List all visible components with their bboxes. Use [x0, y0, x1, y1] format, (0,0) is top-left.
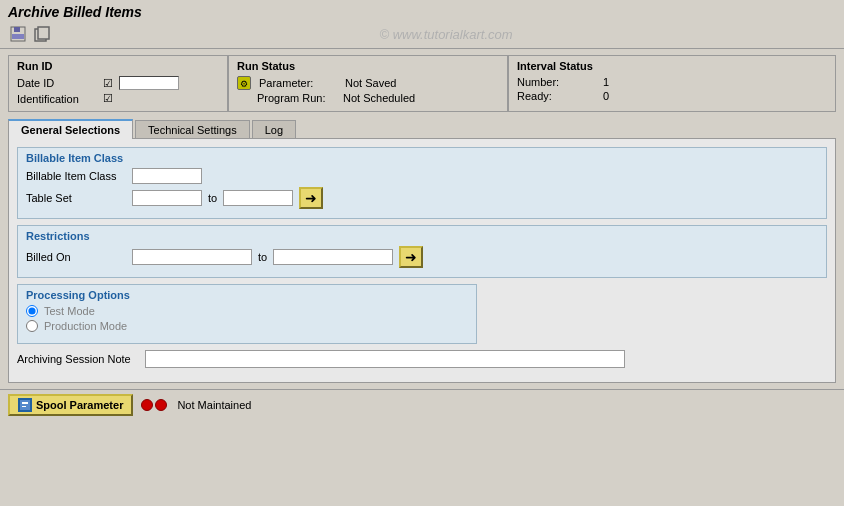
svg-rect-4 — [38, 27, 49, 39]
billable-item-class-row: Billable Item Class — [26, 168, 818, 184]
spool-button-label: Spool Parameter — [36, 399, 123, 411]
table-set-label: Table Set — [26, 192, 126, 204]
parameter-label: Parameter: — [259, 77, 339, 89]
run-status-panel: Run Status ⚙ Parameter: Not Saved Progra… — [228, 55, 508, 112]
archiving-note-label: Archiving Session Note — [17, 353, 137, 365]
date-id-input[interactable] — [119, 76, 179, 90]
billed-on-to-label: to — [258, 251, 267, 263]
program-run-label: Program Run: — [257, 92, 337, 104]
run-id-panel: Run ID Date ID ☑ Identification ☑ — [8, 55, 228, 112]
svg-rect-5 — [20, 400, 30, 410]
identification-checkbox[interactable]: ☑ — [103, 92, 113, 105]
status-text: Not Maintained — [177, 399, 251, 411]
date-id-label: Date ID — [17, 77, 97, 89]
svg-rect-1 — [14, 27, 20, 32]
svg-rect-7 — [22, 406, 26, 407]
billed-on-row: Billed On to ➜ — [26, 246, 818, 268]
page-title: Archive Billed Items — [8, 4, 142, 20]
date-id-checkbox[interactable]: ☑ — [103, 77, 113, 90]
restrictions-section-title: Restrictions — [26, 230, 818, 242]
ready-label: Ready: — [517, 90, 597, 102]
copy-icon[interactable] — [32, 24, 52, 44]
table-set-arrow-button[interactable]: ➜ — [299, 187, 323, 209]
info-panels: Run ID Date ID ☑ Identification ☑ Run St… — [8, 55, 836, 112]
tab-content: Billable Item Class Billable Item Class … — [8, 138, 836, 383]
program-run-row: Program Run: Not Scheduled — [237, 92, 499, 104]
identification-row: Identification ☑ — [17, 92, 219, 105]
restrictions-section: Restrictions Billed On to ➜ — [17, 225, 827, 278]
table-set-to-label: to — [208, 192, 217, 204]
billable-section: Billable Item Class Billable Item Class … — [17, 147, 827, 219]
tabs-container: General Selections Technical Settings Lo… — [8, 118, 836, 138]
parameter-status-icon: ⚙ — [237, 76, 251, 90]
test-mode-row: Test Mode — [26, 305, 468, 317]
test-mode-label: Test Mode — [44, 305, 95, 317]
test-mode-radio[interactable] — [26, 305, 38, 317]
title-bar: Archive Billed Items — [0, 0, 844, 22]
interval-panel: Interval Status Number: 1 Ready: 0 — [508, 55, 836, 112]
status-light: Not Maintained — [141, 399, 251, 411]
number-label: Number: — [517, 76, 597, 88]
bottom-bar: Spool Parameter Not Maintained — [0, 389, 844, 420]
production-mode-radio[interactable] — [26, 320, 38, 332]
tab-general[interactable]: General Selections — [8, 119, 133, 139]
billed-on-label: Billed On — [26, 251, 126, 263]
identification-label: Identification — [17, 93, 97, 105]
table-set-from-input[interactable] — [132, 190, 202, 206]
processing-section-title: Processing Options — [26, 289, 468, 301]
number-row: Number: 1 — [517, 76, 827, 88]
ready-value: 0 — [603, 90, 609, 102]
program-run-value: Not Scheduled — [343, 92, 415, 104]
watermark: © www.tutorialkart.com — [56, 27, 836, 42]
spool-icon — [18, 398, 32, 412]
interval-title: Interval Status — [517, 60, 827, 72]
production-mode-label: Production Mode — [44, 320, 127, 332]
main-content: Run ID Date ID ☑ Identification ☑ Run St… — [0, 49, 844, 389]
svg-rect-2 — [12, 34, 24, 39]
run-status-title: Run Status — [237, 60, 499, 72]
production-mode-row: Production Mode — [26, 320, 468, 332]
processing-section: Processing Options Test Mode Production … — [17, 284, 477, 344]
toolbar: © www.tutorialkart.com — [0, 22, 844, 49]
red-circle-2 — [155, 399, 167, 411]
number-value: 1 — [603, 76, 609, 88]
table-set-to-input[interactable] — [223, 190, 293, 206]
svg-rect-6 — [22, 402, 28, 404]
parameter-row: ⚙ Parameter: Not Saved — [237, 76, 499, 90]
billable-item-class-input[interactable] — [132, 168, 202, 184]
archiving-row: Archiving Session Note — [17, 350, 827, 368]
spool-parameter-button[interactable]: Spool Parameter — [8, 394, 133, 416]
parameter-value: Not Saved — [345, 77, 396, 89]
tab-technical[interactable]: Technical Settings — [135, 120, 250, 139]
billable-section-title: Billable Item Class — [26, 152, 818, 164]
red-circle-1 — [141, 399, 153, 411]
run-id-title: Run ID — [17, 60, 219, 72]
billed-on-to-input[interactable] — [273, 249, 393, 265]
save-icon[interactable] — [8, 24, 28, 44]
date-id-row: Date ID ☑ — [17, 76, 219, 90]
tab-log[interactable]: Log — [252, 120, 296, 139]
archiving-note-input[interactable] — [145, 350, 625, 368]
ready-row: Ready: 0 — [517, 90, 827, 102]
billed-on-arrow-button[interactable]: ➜ — [399, 246, 423, 268]
billed-on-from-input[interactable] — [132, 249, 252, 265]
billable-item-class-label: Billable Item Class — [26, 170, 126, 182]
table-set-row: Table Set to ➜ — [26, 187, 818, 209]
